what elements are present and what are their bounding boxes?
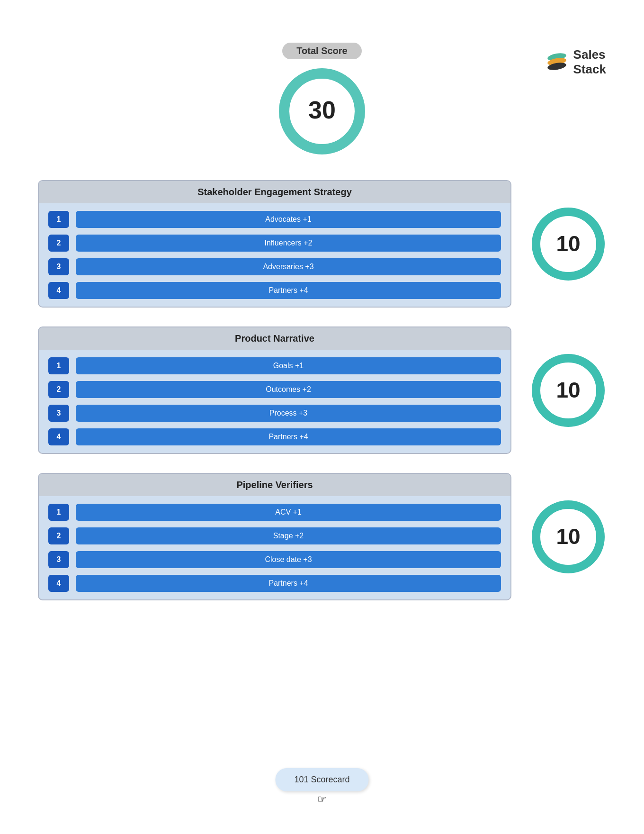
section-card-product: Product Narrative1Goals +12Outcomes +23P… (38, 326, 511, 454)
score-circle-pipeline: 10 (530, 499, 606, 575)
item-number-pipeline-1[interactable]: 2 (48, 527, 69, 544)
section-body-product: 1Goals +12Outcomes +23Process +34Partner… (39, 350, 510, 453)
svg-text:10: 10 (556, 524, 580, 549)
sections-wrapper: Stakeholder Engagement Strategy1Advocate… (38, 180, 606, 600)
item-number-product-2[interactable]: 3 (48, 405, 69, 422)
section-card-pipeline: Pipeline Verifiers1ACV +12Stage +23Close… (38, 473, 511, 600)
bottom-button-container: 101 Scorecard ☞ (275, 768, 368, 806)
section-title-stakeholder: Stakeholder Engagement Strategy (39, 181, 510, 203)
svg-text:30: 30 (308, 96, 336, 124)
item-bar-pipeline-3[interactable]: Partners +4 (76, 575, 501, 592)
item-number-pipeline-3[interactable]: 4 (48, 575, 69, 592)
section-title-pipeline: Pipeline Verifiers (39, 474, 510, 496)
item-bar-stakeholder-1[interactable]: Influencers +2 (76, 235, 501, 252)
section-row-product: Product Narrative1Goals +12Outcomes +23P… (38, 326, 606, 454)
item-row-stakeholder-1: 2Influencers +2 (48, 235, 501, 252)
item-bar-product-0[interactable]: Goals +1 (76, 357, 501, 374)
salesstack-icon (545, 50, 569, 74)
item-bar-pipeline-0[interactable]: ACV +1 (76, 504, 501, 521)
item-row-product-1: 2Outcomes +2 (48, 381, 501, 398)
item-bar-stakeholder-3[interactable]: Partners +4 (76, 282, 501, 299)
item-bar-product-2[interactable]: Process +3 (76, 405, 501, 422)
item-row-stakeholder-2: 3Adversaries +3 (48, 258, 501, 275)
section-body-stakeholder: 1Advocates +12Influencers +23Adversaries… (39, 203, 510, 307)
item-number-product-0[interactable]: 1 (48, 357, 69, 374)
item-number-product-1[interactable]: 2 (48, 381, 69, 398)
item-row-product-2: 3Process +3 (48, 405, 501, 422)
item-row-pipeline-3: 4Partners +4 (48, 575, 501, 592)
item-number-product-3[interactable]: 4 (48, 428, 69, 445)
cursor-icon: ☞ (317, 793, 327, 806)
total-score-section: Total Score 30 (275, 43, 369, 159)
logo: Sales Stack (545, 47, 606, 77)
section-row-pipeline: Pipeline Verifiers1ACV +12Stage +23Close… (38, 473, 606, 600)
item-number-stakeholder-2[interactable]: 3 (48, 258, 69, 275)
item-row-pipeline-2: 3Close date +3 (48, 551, 501, 568)
item-number-pipeline-2[interactable]: 3 (48, 551, 69, 568)
item-bar-stakeholder-2[interactable]: Adversaries +3 (76, 258, 501, 275)
logo-text: Sales Stack (573, 47, 606, 77)
item-bar-product-1[interactable]: Outcomes +2 (76, 381, 501, 398)
item-number-pipeline-0[interactable]: 1 (48, 504, 69, 521)
svg-text:10: 10 (556, 231, 580, 256)
svg-text:10: 10 (556, 378, 580, 402)
item-bar-product-3[interactable]: Partners +4 (76, 428, 501, 445)
item-row-stakeholder-0: 1Advocates +1 (48, 211, 501, 228)
score-circle-stakeholder: 10 (530, 206, 606, 282)
item-bar-pipeline-1[interactable]: Stage +2 (76, 527, 501, 544)
item-bar-stakeholder-0[interactable]: Advocates +1 (76, 211, 501, 228)
item-row-pipeline-0: 1ACV +1 (48, 504, 501, 521)
item-row-product-3: 4Partners +4 (48, 428, 501, 445)
total-score-label: Total Score (282, 43, 361, 59)
scorecard-button[interactable]: 101 Scorecard (275, 768, 368, 791)
section-row-stakeholder: Stakeholder Engagement Strategy1Advocate… (38, 180, 606, 308)
item-number-stakeholder-3[interactable]: 4 (48, 282, 69, 299)
item-bar-pipeline-2[interactable]: Close date +3 (76, 551, 501, 568)
item-number-stakeholder-0[interactable]: 1 (48, 211, 69, 228)
section-title-product: Product Narrative (39, 327, 510, 350)
score-circle-product: 10 (530, 353, 606, 428)
section-card-stakeholder: Stakeholder Engagement Strategy1Advocate… (38, 180, 511, 308)
item-number-stakeholder-1[interactable]: 2 (48, 235, 69, 252)
item-row-product-0: 1Goals +1 (48, 357, 501, 374)
section-body-pipeline: 1ACV +12Stage +23Close date +34Partners … (39, 496, 510, 599)
item-row-pipeline-1: 2Stage +2 (48, 527, 501, 544)
item-row-stakeholder-3: 4Partners +4 (48, 282, 501, 299)
total-score-donut: 30 (275, 64, 369, 159)
